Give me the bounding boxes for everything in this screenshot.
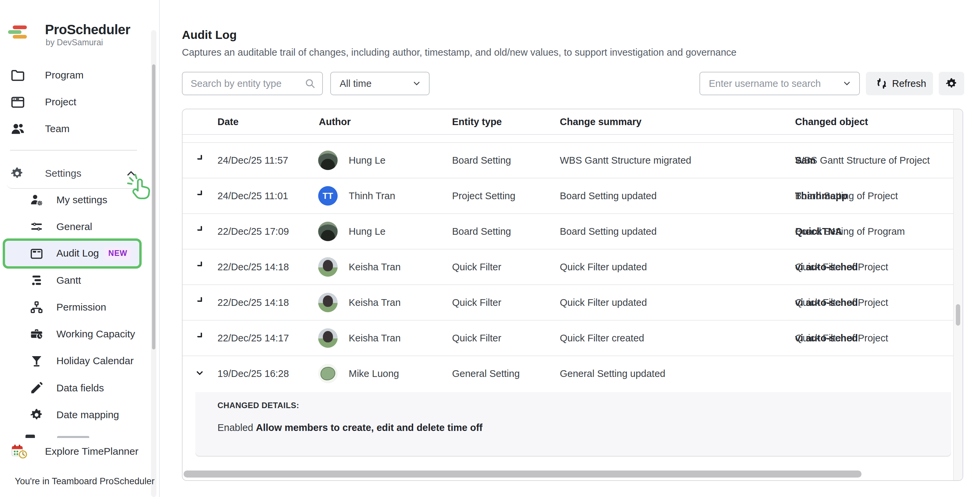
sidebar-group-settings[interactable]: Settings (0, 160, 151, 187)
sidebar-item-team[interactable]: Team (0, 115, 151, 142)
sidebar-item-label: Audit Log (56, 248, 99, 259)
table-row[interactable]: 22/Dec/25 14:18 Keisha Tran Quick Filter… (183, 284, 954, 320)
avatar (318, 151, 337, 170)
row-change-summary: Board Setting updated (560, 191, 657, 202)
app-logo-icon (8, 24, 30, 41)
column-header-author: Author (319, 116, 351, 127)
time-filter-select[interactable]: All time (330, 72, 430, 95)
brand-title: ProScheduler (45, 22, 130, 37)
sidebar-item-data-fields[interactable]: Data fields (0, 375, 151, 402)
row-date: 24/Dec/25 11:57 (218, 155, 288, 166)
page-subtitle: Captures an auditable trail of changes, … (182, 47, 737, 58)
table-row[interactable]: 19/Dec/25 16:28 Mike Luong General Setti… (183, 356, 954, 391)
row-entity-type: Board Setting (452, 155, 511, 166)
row-author: Mike Luong (349, 368, 399, 379)
row-change-summary: General Setting updated (560, 368, 665, 379)
column-header-entity-type: Entity type (452, 116, 502, 127)
table-vertical-scrollbar-track[interactable] (953, 110, 963, 480)
row-author: Hung Le (349, 155, 386, 166)
chevron-up-icon (127, 171, 135, 179)
sidebar-divider (10, 150, 137, 151)
table-row[interactable]: 22/Dec/25 14:18 Keisha Tran Quick Filter… (183, 249, 954, 284)
expand-chevron-icon[interactable] (196, 368, 203, 375)
username-filter-placeholder: Enter username to search (709, 78, 821, 89)
row-changed-object: Quick Filter of Project vi auto-sched (795, 333, 954, 344)
brand: ProScheduler by DevSamurai (0, 22, 160, 52)
gear-icon (945, 77, 958, 90)
row-changed-object: Board Setting of Project Thinhmapp (795, 191, 954, 202)
expand-chevron-icon[interactable] (197, 333, 202, 337)
table-horizontal-scrollbar-thumb[interactable] (184, 470, 862, 478)
sidebar-item-label: Explore TimePlanner (45, 446, 138, 457)
changed-details-label: CHANGED DETAILS: (218, 401, 299, 410)
username-filter-select[interactable]: Enter username to search (699, 72, 860, 95)
sidebar-item-working-capacity[interactable]: Working Capacity (0, 321, 151, 348)
table-row[interactable]: 24/Dec/25 11:01 TT Thinh Tran Project Se… (183, 178, 954, 213)
gear-icon (30, 408, 44, 422)
chevron-down-icon (414, 79, 420, 85)
table-header: Date Author Entity type Change summary C… (183, 110, 954, 135)
partially-scrolled-row (183, 135, 954, 142)
sidebar-scrollbar-thumb[interactable] (152, 64, 155, 349)
row-date: 24/Dec/25 11:01 (218, 191, 288, 202)
folder-icon (10, 67, 25, 83)
new-badge: NEW (104, 247, 132, 260)
expand-chevron-icon[interactable] (197, 262, 202, 266)
sidebar-item-date-mapping[interactable]: Date mapping (0, 402, 151, 428)
sidebar-item-label: Permission (56, 302, 106, 313)
row-changed-object: WBS Gantt Structure of Project Sam (795, 155, 954, 166)
row-author: Keisha Tran (349, 297, 401, 308)
refresh-button[interactable]: Refresh (866, 72, 933, 95)
sidebar-item-label: Gantt (56, 275, 81, 286)
app-window: ProScheduler by DevSamurai Program Proje… (0, 0, 980, 497)
sidebar-item-audit-log[interactable]: Audit LogNEW (3, 238, 142, 268)
sidebar-item-label: Working Capacity (56, 328, 135, 340)
table-settings-button[interactable] (939, 72, 964, 95)
sidebar-item-my-settings[interactable]: My settings (0, 186, 151, 213)
refresh-icon (875, 77, 888, 90)
sidebar-item-label: Date mapping (56, 409, 119, 421)
row-entity-type: Quick Filter (452, 262, 501, 273)
expand-chevron-icon[interactable] (197, 155, 202, 160)
sidebar-item-holiday-calendar[interactable]: Holiday Calendar (0, 348, 151, 374)
row-author: Keisha Tran (349, 262, 401, 273)
sidebar-item-label: My settings (56, 194, 107, 206)
expand-chevron-icon[interactable] (197, 191, 202, 195)
row-date: 22/Dec/25 14:18 (218, 297, 289, 308)
sidebar-item-permission[interactable]: Permission (0, 294, 151, 321)
timeplanner-calendar-clock-icon (10, 442, 28, 460)
settings-group-label: Settings (45, 168, 81, 179)
pencil-icon (30, 381, 44, 395)
sidebar-item-label: Holiday Calendar (56, 355, 134, 367)
sidebar-item-program[interactable]: Program (0, 62, 151, 89)
row-entity-type: Quick Filter (452, 297, 501, 308)
table-row[interactable]: 22/Dec/25 14:17 Keisha Tran Quick Filter… (183, 320, 954, 356)
table-row[interactable]: 24/Dec/25 11:57 Hung Le Board Setting WB… (183, 142, 954, 178)
avatar (318, 257, 337, 277)
row-change-summary: Board Setting updated (560, 226, 657, 237)
logo-bar-orange (13, 35, 27, 38)
sidebar-item-project[interactable]: Project (0, 89, 151, 115)
expand-chevron-icon[interactable] (197, 297, 202, 302)
changed-details-text: Enabled Allow members to create, edit an… (218, 422, 483, 433)
avatar (318, 293, 337, 312)
sidebar-item-label: Project (45, 96, 76, 108)
row-changed-object: Quick Filter of Project vi auto-sched (795, 262, 954, 273)
sidebar-item-gantt[interactable]: Gantt (0, 267, 151, 294)
column-header-change-summary: Change summary (560, 116, 641, 127)
column-header-changed-object: Changed object (795, 116, 868, 127)
entity-search-input[interactable] (182, 72, 323, 95)
table-row[interactable]: 22/Dec/25 17:09 Hung Le Board Setting Bo… (183, 213, 954, 249)
chevron-down-icon (844, 79, 850, 85)
expand-chevron-icon[interactable] (197, 226, 202, 231)
sidebar-item-general[interactable]: General (0, 213, 151, 240)
table-vertical-scrollbar-thumb[interactable] (956, 304, 960, 326)
sidebar-item-explore-timeplanner[interactable]: Explore TimePlanner (0, 438, 151, 465)
sidebar: ProScheduler by DevSamurai Program Proje… (0, 0, 160, 497)
sidebar-item-label: Data fields (56, 382, 104, 394)
main-content: Audit Log Captures an auditable trail of… (161, 0, 980, 497)
gantt-icon (30, 273, 44, 287)
logo-bar-green (8, 30, 21, 34)
avatar-initials: TT (323, 191, 333, 201)
team-icon (10, 121, 25, 137)
